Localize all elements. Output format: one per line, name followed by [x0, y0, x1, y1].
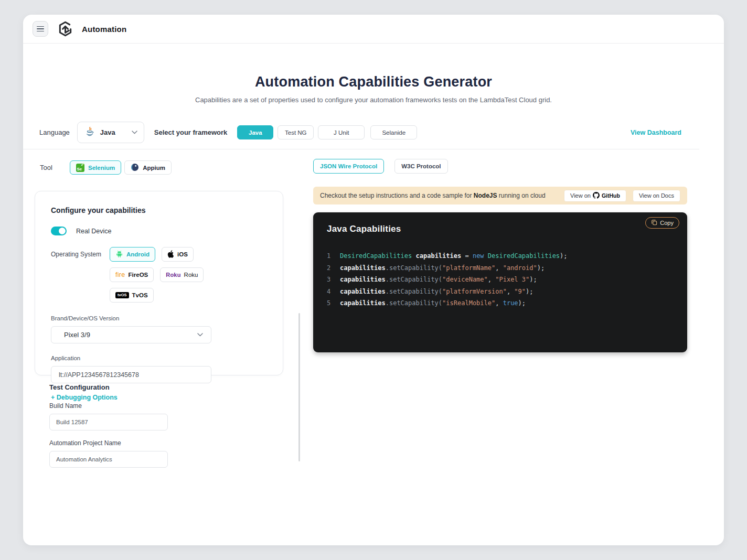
os-ios-button[interactable]: iOS [162, 247, 194, 262]
menu-button[interactable] [33, 21, 48, 37]
code-line: 3capabilities.setCapability("deviceName"… [327, 274, 679, 286]
lambdatest-logo-icon [57, 20, 73, 37]
setup-notice-banner: Checkout the setup instructions and a co… [313, 187, 687, 204]
application-label: Application [51, 355, 267, 361]
real-device-label: Real Device [76, 228, 111, 235]
view-on-github-button[interactable]: View on GitHub [564, 190, 626, 202]
code-panel: Java Capabilities Copy 1DesiredCapabilit… [313, 212, 687, 352]
project-name-label: Automation Project Name [49, 439, 168, 447]
tool-row: Tool Se ✓ Selenium Appium [40, 160, 175, 175]
chevron-down-icon [132, 131, 137, 134]
project-name-input[interactable] [49, 451, 168, 468]
tool-selenium-button[interactable]: Se ✓ Selenium [70, 160, 121, 175]
tvos-logo: tvOS [115, 292, 129, 299]
copy-icon [651, 219, 657, 227]
operating-system-row: Operating System [51, 247, 267, 303]
device-version-value: Pixel 3/9 [64, 331, 90, 339]
os-android-label: Android [126, 251, 150, 257]
os-fireos-label: FireOS [129, 272, 148, 278]
code-panel-title: Java Capabilities [327, 224, 401, 234]
config-panel-title: Configure your capabilities [51, 206, 267, 214]
app-title: Automation [82, 25, 126, 34]
build-name-label: Build Name [49, 402, 168, 410]
application-input[interactable] [51, 366, 211, 383]
configure-capabilities-panel: Configure your capabilities Real Device … [35, 191, 283, 375]
os-tvos-label: TvOS [132, 292, 148, 298]
tab-json-wire-protocol[interactable]: JSON Wire Protocol [313, 159, 384, 174]
right-column: JSON Wire Protocol W3C Protocol Checkout… [313, 159, 687, 352]
roku-logo: Roku [166, 272, 180, 278]
tool-appium-button[interactable]: Appium [124, 160, 172, 175]
framework-tab-junit[interactable]: J Unit [318, 125, 365, 139]
language-label: Language [39, 128, 70, 136]
code-line: 5capabilities.setCapability("isRealMobil… [327, 297, 679, 309]
chevron-down-icon [197, 333, 203, 337]
main-content: Tool Se ✓ Selenium Appium [23, 149, 724, 541]
scrollbar-thumb[interactable] [298, 313, 300, 461]
os-roku-label: Roku [184, 272, 198, 278]
selenium-icon: Se ✓ [76, 164, 84, 172]
page-title: Automation Capabilities Generator [23, 74, 724, 90]
notice-text: Checkout the setup instructions and a co… [320, 192, 546, 199]
code-line: 1DesiredCapabilities capabilities = new … [327, 250, 679, 262]
language-value: Java [100, 128, 115, 136]
real-device-row: Real Device [51, 227, 267, 235]
framework-tab-java[interactable]: Java [237, 125, 273, 139]
topbar: Automation [23, 15, 724, 44]
tool-label: Tool [40, 164, 70, 171]
real-device-toggle[interactable] [51, 227, 67, 235]
os-options: Android iOS fire FireOS [110, 247, 241, 303]
operating-system-label: Operating System [51, 247, 110, 303]
test-configuration-title: Test Configuration [49, 383, 168, 391]
test-configuration-section: Test Configuration Build Name Automation… [49, 383, 168, 477]
os-fireos-button[interactable]: fire FireOS [110, 267, 154, 282]
appium-icon [131, 163, 139, 173]
tool-selenium-label: Selenium [88, 165, 115, 171]
page-subtitle: Capabilities are a set of properties use… [23, 96, 724, 104]
framework-tab-selanide[interactable]: Selanide [370, 125, 417, 139]
code-line: 4capabilities.setCapability("platformVer… [327, 286, 679, 298]
view-dashboard-link[interactable]: View Dashboard [631, 129, 681, 136]
os-android-button[interactable]: Android [110, 247, 155, 262]
copy-button[interactable]: Copy [645, 217, 679, 229]
framework-tab-testng[interactable]: Test NG [278, 125, 314, 139]
device-version-select[interactable]: Pixel 3/9 [51, 326, 211, 343]
fire-logo: fire [115, 271, 125, 278]
code-body: 1DesiredCapabilities capabilities = new … [327, 250, 679, 309]
hamburger-icon [37, 26, 44, 27]
code-line: 2capabilities.setCapability("platformNam… [327, 262, 679, 274]
view-on-docs-button[interactable]: View on Docs [633, 190, 680, 202]
apple-icon [167, 250, 174, 259]
build-name-input[interactable] [49, 414, 168, 430]
device-version-label: Brand/Device/OS Version [51, 315, 267, 321]
os-ios-label: iOS [177, 251, 188, 257]
protocol-tabs: JSON Wire Protocol W3C Protocol [313, 159, 687, 174]
os-tvos-button[interactable]: tvOS TvOS [110, 288, 154, 303]
tab-w3c-protocol[interactable]: W3C Protocol [394, 159, 447, 174]
language-row: Language Java Select your framework Java [23, 122, 724, 143]
language-select[interactable]: Java [77, 122, 144, 143]
app-window: Automation Automation Capabilities Gener… [23, 15, 724, 545]
framework-label: Select your framework [154, 128, 227, 136]
hero: Automation Capabilities Generator Capabi… [23, 74, 724, 104]
tool-appium-label: Appium [143, 165, 165, 171]
android-icon [115, 250, 123, 259]
github-icon [593, 192, 600, 200]
java-icon [84, 126, 95, 139]
os-roku-button[interactable]: Roku Roku [160, 267, 204, 282]
